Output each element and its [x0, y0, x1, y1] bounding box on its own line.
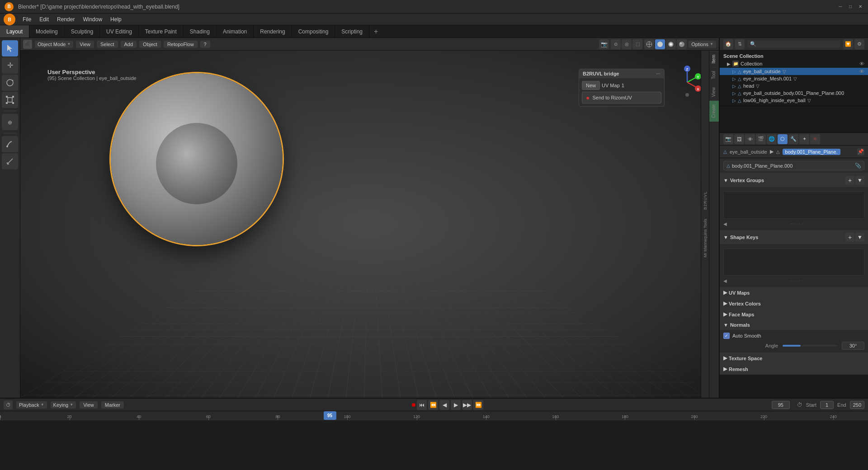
collection-visibility-icon[interactable]: 👁 — [859, 61, 864, 66]
props-scene-icon[interactable]: 🎬 — [756, 134, 766, 144]
props-view-icon[interactable]: 👁 — [745, 134, 755, 144]
mesh-props-pin[interactable]: 📌 — [857, 148, 864, 155]
tool-cursor[interactable] — [2, 40, 18, 56]
tool-move[interactable]: ✛ — [2, 57, 18, 74]
outliner-filter-icon[interactable]: 🔽 — [843, 39, 853, 49]
outliner-options-icon[interactable]: ⚙ — [854, 39, 864, 49]
low06-item[interactable]: ▷ △ low06_high_inside_eye_ball ▽ — [720, 97, 868, 104]
minimize-button[interactable]: ─ — [837, 4, 844, 10]
menu-render[interactable]: Render — [53, 15, 78, 24]
tab-modeling[interactable]: Modeling — [29, 25, 65, 38]
add-menu[interactable]: Add — [121, 41, 137, 48]
uv-maps-header[interactable]: ▶ UV Maps — [720, 287, 868, 298]
mr-mannequins-label[interactable]: Mr Mannequins Tools — [703, 219, 708, 257]
props-render-icon[interactable]: 📷 — [723, 134, 733, 144]
mode-dropdown[interactable]: Object Mode ▼ — [35, 41, 73, 48]
end-frame-input[interactable]: 250 — [850, 401, 864, 409]
show-gizmo-btn[interactable]: ⊙ — [611, 39, 621, 49]
tab-animation[interactable]: Animation — [217, 25, 254, 38]
b2ruvl-collapse[interactable]: ⋯ — [656, 71, 660, 76]
skey-nav-left[interactable]: ◀ — [723, 278, 727, 283]
tab-layout[interactable]: Layout — [0, 25, 29, 38]
xray-btn[interactable]: ⬚ — [632, 39, 642, 49]
angle-value[interactable]: 30° — [842, 342, 864, 350]
options-dropdown[interactable]: Options ▼ — [689, 41, 716, 48]
props-particles-icon[interactable]: ✦ — [799, 134, 809, 144]
tab-scripting[interactable]: Scripting — [335, 25, 369, 38]
jump-to-start-btn[interactable]: ⏮ — [417, 400, 427, 410]
solid-btn[interactable] — [655, 39, 665, 49]
retopoflow-btn[interactable]: RetopoFlow — [164, 41, 198, 48]
timeline-editor-icon[interactable]: ⏱ — [4, 400, 13, 409]
viewport-canvas[interactable]: User Perspective (95) Scene Collection |… — [20, 51, 719, 398]
head-item[interactable]: ▷ △ head ▽ — [720, 82, 868, 89]
collection-item[interactable]: ▶ 📁 Collection 👁 — [720, 60, 868, 68]
props-output-icon[interactable]: 🖼 — [734, 134, 744, 144]
play-btn[interactable]: ▶ — [451, 400, 461, 410]
shape-keys-header[interactable]: ▼ Shape Keys + ▼ — [720, 230, 868, 244]
tab-texture-paint[interactable]: Texture Paint — [139, 25, 184, 38]
outliner-search[interactable]: 🔍 — [747, 40, 840, 48]
shape-key-scroll-down[interactable]: ▼ — [855, 233, 864, 242]
vertex-group-scroll-down[interactable]: ▼ — [855, 176, 864, 185]
step-forward-btn[interactable]: ▶▶ — [462, 400, 472, 410]
tool-rotate[interactable] — [2, 75, 18, 91]
mesh-name-input[interactable]: △ body.001_Plane_Plane.000 📎 — [723, 161, 864, 170]
overlay-btn[interactable]: ◎ — [622, 39, 632, 49]
menu-file[interactable]: File — [19, 15, 35, 24]
new-uv-button[interactable]: New — [582, 81, 600, 90]
tab-shading[interactable]: Shading — [184, 25, 217, 38]
camera-icon[interactable]: 📷 — [599, 39, 609, 49]
add-vertex-group-btn[interactable]: + — [845, 176, 854, 185]
normals-header[interactable]: ▼ Normals — [720, 320, 868, 330]
props-world-icon[interactable]: 🌐 — [767, 134, 777, 144]
mesh-data-name[interactable]: body.001_Plane_Plane. — [783, 149, 840, 155]
send-to-rizom-button[interactable]: ● Send to RizomUV — [582, 92, 661, 103]
item-tab[interactable]: Item — [709, 51, 719, 67]
view-menu[interactable]: View — [76, 41, 94, 48]
record-button[interactable] — [412, 403, 415, 407]
timeline-marker-menu[interactable]: Marker — [101, 401, 124, 409]
texture-space-header[interactable]: ▶ Texture Space — [720, 353, 868, 363]
outliner-icon[interactable]: 🏠 — [723, 39, 733, 49]
current-frame-input[interactable]: 95 — [772, 401, 790, 409]
step-back-btn[interactable]: ◀ — [439, 400, 449, 410]
vertex-groups-header[interactable]: ▼ Vertex Groups + ▼ — [720, 174, 868, 187]
shape-keys-list[interactable] — [723, 249, 864, 276]
tab-sculpting[interactable]: Sculpting — [65, 25, 100, 38]
eye-inside-item[interactable]: ▷ △ eye_inside_Mesh.001 ▽ — [720, 75, 868, 82]
add-shape-key-btn[interactable]: + — [845, 233, 854, 242]
wireframe-btn[interactable] — [644, 39, 654, 49]
auto-smooth-checkbox[interactable]: ✓ — [723, 333, 730, 339]
eyeball-body-item[interactable]: ▷ △ eye_ball_outside_body.001_Plane_Plan… — [720, 89, 868, 97]
props-modifier-icon[interactable]: 🔧 — [788, 134, 798, 144]
jump-forward-keyframe-btn[interactable]: ⏩ — [473, 400, 483, 410]
menu-edit[interactable]: Edit — [36, 15, 52, 24]
object-menu[interactable]: Object — [139, 41, 161, 48]
material-preview-btn[interactable] — [666, 39, 676, 49]
vertex-groups-list[interactable] — [723, 192, 864, 219]
tool-transform[interactable]: ⊕ — [2, 114, 18, 130]
timeline-view-menu[interactable]: View — [80, 401, 98, 409]
close-button[interactable]: ✕ — [857, 4, 863, 10]
angle-slider[interactable] — [783, 345, 837, 347]
playback-dropdown[interactable]: Playback ▼ — [16, 401, 47, 409]
vgroup-nav-left[interactable]: ◀ — [723, 221, 727, 226]
create-tab[interactable]: Create — [709, 100, 719, 122]
menu-window[interactable]: Window — [79, 15, 106, 24]
eye-ball-outside-mesh[interactable] — [111, 73, 283, 245]
3d-viewport[interactable]: ⬛ Object Mode ▼ View Select Add Object R… — [20, 38, 719, 398]
eyeball-visibility-icon[interactable]: 👁 — [859, 69, 864, 74]
tool-annotate[interactable] — [2, 136, 18, 152]
mesh-unlink-icon[interactable]: 📎 — [855, 163, 861, 169]
tab-add-button[interactable]: + — [369, 26, 382, 38]
tool-tab[interactable]: Tool — [709, 67, 719, 83]
props-object-icon[interactable]: ⬡ — [778, 134, 788, 144]
vertex-colors-header[interactable]: ▶ Vertex Colors — [720, 298, 868, 309]
navigation-gizmo[interactable]: Z Y X — [669, 64, 705, 100]
jump-back-keyframe-btn[interactable]: ⏪ — [428, 400, 438, 410]
tool-scale[interactable] — [2, 92, 18, 108]
start-frame-input[interactable]: 1 — [820, 401, 834, 409]
tab-compositing[interactable]: Compositing — [292, 25, 335, 38]
outliner-sort-icon[interactable]: ⇅ — [735, 39, 745, 49]
